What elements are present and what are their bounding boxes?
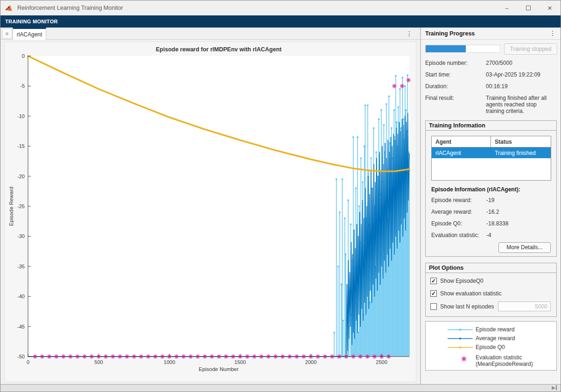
episode-q0-row: Episode Q0:-18.8338 xyxy=(431,220,553,227)
svg-text:-35: -35 xyxy=(17,264,25,269)
show-episodeq0-checkbox[interactable]: ✓ xyxy=(430,278,437,284)
agent-cell: rlACAgent xyxy=(432,147,491,158)
legend-item-episode-reward: Episode reward xyxy=(426,325,556,334)
svg-text:0: 0 xyxy=(27,359,29,365)
svg-text:-30: -30 xyxy=(17,233,25,239)
plot-options-panel: Plot Options ✓ Show EpisodeQ0 ✓ Show eva… xyxy=(425,263,557,317)
window-title: Reinforcement Learning Training Monitor xyxy=(17,5,123,11)
show-evaluation-statistic-label: Show evaluation statistic xyxy=(440,290,501,297)
document-tab-bar: ≡ rlACAgent ⋮ xyxy=(0,28,420,40)
episode-number-label: Episode number: xyxy=(425,60,486,66)
show-last-n-episodes-option[interactable]: Show last N episodes xyxy=(430,303,494,310)
episode-number-value: 2700/5000 xyxy=(486,60,556,66)
legend-episode-reward-label: Episode reward xyxy=(476,326,514,333)
legend-evaluation-statistic-label: Evaluation statistic xyxy=(476,354,522,361)
average-reward-swatch-icon xyxy=(447,334,474,343)
duration-row: Duration:00:16:19 xyxy=(425,83,558,90)
chart-legend: Episode reward Average reward Episode Q0… xyxy=(425,321,557,371)
svg-text:2500: 2500 xyxy=(376,359,387,365)
show-episodeq0-label: Show EpisodeQ0 xyxy=(440,278,484,284)
episode-reward-value: -19 xyxy=(486,197,494,203)
close-icon[interactable]: ✕ xyxy=(539,0,561,15)
agent-table-header: Agent Status xyxy=(432,136,551,147)
episode-reward-row: Episode reward:-19 xyxy=(431,197,553,203)
evaluation-statistic-row: Evaluation statistic:-4 xyxy=(431,232,553,238)
expand-right-icon[interactable]: ▶ xyxy=(552,385,557,390)
tab-list-icon[interactable]: ≡ xyxy=(2,28,12,39)
svg-text:0: 0 xyxy=(22,53,25,59)
legend-episode-q0-label: Episode Q0 xyxy=(476,344,505,350)
more-details-button[interactable]: More Details... xyxy=(498,242,551,253)
start-time-value: 03-Apr-2025 19:22:09 xyxy=(486,71,556,78)
svg-text:-20: -20 xyxy=(17,174,25,179)
episode-reward-swatch-icon xyxy=(447,325,474,334)
sidebar-header: Training Progress ⋮ xyxy=(421,28,561,40)
show-episodeq0-option[interactable]: ✓ Show EpisodeQ0 xyxy=(430,278,484,284)
episode-number-row: Episode number:2700/5000 xyxy=(425,60,558,66)
svg-text:Episode reward for rlMDPEnv wi: Episode reward for rlMDPEnv with rlACAge… xyxy=(156,46,282,53)
table-row[interactable]: rlACAgent Training finished xyxy=(432,147,551,158)
agent-column-header: Agent xyxy=(432,136,491,147)
status-column-header: Status xyxy=(491,136,551,147)
show-last-n-episodes-checkbox[interactable] xyxy=(430,303,437,310)
svg-text:-45: -45 xyxy=(17,324,25,329)
matlab-logo-icon xyxy=(5,5,14,12)
legend-evaluation-statistic-label2: (MeanEpisodeReward) xyxy=(476,361,533,367)
svg-text:-25: -25 xyxy=(17,203,25,209)
minimize-icon[interactable]: – xyxy=(496,0,518,15)
tab-rlacagent[interactable]: rlACAgent xyxy=(13,28,46,40)
episode-q0-value: -18.8338 xyxy=(486,220,508,227)
average-reward-row: Average reward:-16.2 xyxy=(431,209,553,215)
svg-text:-5: -5 xyxy=(20,83,25,89)
final-result-value: Training finished after all agents reach… xyxy=(486,95,556,114)
start-time-row: Start time:03-Apr-2025 19:22:09 xyxy=(425,71,558,78)
svg-text:1000: 1000 xyxy=(164,359,175,365)
evaluation-statistic-value: -4 xyxy=(486,232,491,238)
svg-text:-15: -15 xyxy=(17,143,25,149)
training-progress-sidebar: Training Progress ⋮ Training stopped Epi… xyxy=(421,28,561,384)
training-progress-bar xyxy=(425,45,500,53)
sidebar-title: Training Progress xyxy=(425,30,475,37)
status-cell: Training finished xyxy=(491,147,551,158)
sidebar-menu-icon[interactable]: ⋮ xyxy=(549,29,556,38)
bottom-status-bar: ▶ xyxy=(0,384,561,392)
svg-text:-50: -50 xyxy=(17,354,25,359)
show-evaluation-statistic-checkbox[interactable]: ✓ xyxy=(430,290,437,297)
n-episodes-input[interactable] xyxy=(498,301,551,311)
episode-q0-swatch-icon xyxy=(447,343,474,352)
legend-item-average-reward: Average reward xyxy=(426,334,556,343)
legend-average-reward-label: Average reward xyxy=(476,335,515,342)
episode-reward-chart: 050010001500200025000-5-10-15-20-25-30-3… xyxy=(0,40,420,384)
episode-q0-label: Episode Q0: xyxy=(431,220,486,227)
svg-text:Episode Reward: Episode Reward xyxy=(8,187,14,226)
evaluation-statistic-label: Evaluation statistic: xyxy=(431,232,486,238)
title-bar: Reinforcement Learning Training Monitor … xyxy=(0,0,561,15)
episode-reward-label: Episode reward: xyxy=(431,197,486,203)
legend-item-episode-q0: Episode Q0 xyxy=(426,343,556,352)
chart-document-area: 050010001500200025000-5-10-15-20-25-30-3… xyxy=(0,40,420,384)
ribbon-tab-training-monitor[interactable]: TRAINING MONITOR xyxy=(5,19,58,24)
plot-options-title: Plot Options xyxy=(426,263,556,273)
training-information-title: Training Information xyxy=(426,121,556,131)
svg-text:2000: 2000 xyxy=(305,359,316,365)
show-evaluation-statistic-option[interactable]: ✓ Show evaluation statistic xyxy=(430,290,501,297)
maximize-icon[interactable] xyxy=(518,0,539,15)
agent-status-table: Agent Status rlACAgent Training finished xyxy=(431,136,551,181)
training-stopped-button[interactable]: Training stopped xyxy=(504,43,557,55)
ribbon-toolstrip: TRAINING MONITOR xyxy=(0,15,561,28)
app-window: Reinforcement Learning Training Monitor … xyxy=(0,0,561,392)
tab-actions-menu-icon[interactable]: ⋮ xyxy=(405,29,414,38)
legend-item-evaluation-statistic: Evaluation statistic (MeanEpisodeReward) xyxy=(426,353,556,369)
svg-text:-10: -10 xyxy=(17,113,25,119)
duration-value: 00:16:19 xyxy=(486,83,556,90)
show-last-n-episodes-label: Show last N episodes xyxy=(440,303,494,310)
svg-text:500: 500 xyxy=(94,359,103,365)
average-reward-label: Average reward: xyxy=(431,209,486,215)
training-progress-fill xyxy=(426,45,466,52)
final-result-label: Final result: xyxy=(425,95,486,101)
training-information-panel: Training Information Agent Status rlACAg… xyxy=(425,120,557,257)
window-controls: – ✕ xyxy=(496,0,561,15)
svg-text:-40: -40 xyxy=(17,294,25,299)
svg-text:1500: 1500 xyxy=(234,359,245,365)
start-time-label: Start time: xyxy=(425,71,486,78)
